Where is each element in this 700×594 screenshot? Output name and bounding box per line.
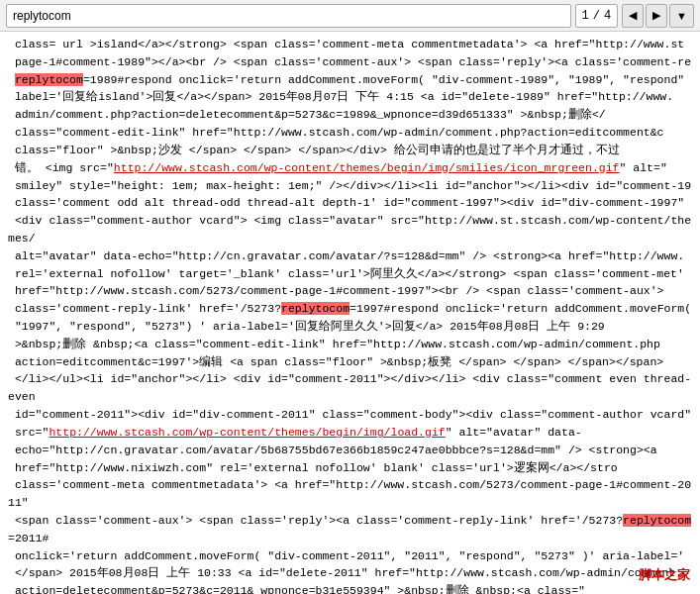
code-line: id="comment-2011"><div id="div-comment-2… [8, 406, 692, 424]
page-navigation: ◀ ▶ ▼ [622, 4, 694, 28]
code-line: <div class="comment-author vcard"> <img … [8, 212, 692, 248]
code-line: alt="avatar" data-echo="http://cn.gravat… [8, 248, 692, 265]
page-separator: / [593, 9, 600, 23]
code-line: class='comment-reply-link' href='/5273?r… [8, 300, 692, 318]
address-input[interactable] [13, 9, 564, 23]
code-line: href="http://www.stcash.com/5273/comment… [8, 282, 692, 300]
code-line: class= url >island</a></strong> <span cl… [8, 36, 692, 53]
code-line: src="http://www.stcash.com/wp-content/th… [8, 424, 692, 442]
code-line: rel='external nofollow' target='_blank' … [8, 265, 692, 283]
dropdown-button[interactable]: ▼ [669, 4, 694, 28]
code-line: href="http://www.nixiwzh.com" rel='exter… [8, 459, 692, 477]
code-line: label='回复给island'>回复</a></span> 2015年08月… [8, 88, 692, 106]
content-area: class= url >island</a></strong> <span cl… [0, 32, 700, 594]
highlight-replytocom: replytocom [623, 514, 691, 527]
code-line: page-1#comment-1989"></a><br /> <span cl… [8, 53, 692, 71]
watermark: 脚本之家 [639, 566, 690, 584]
code-content: class= url >island</a></strong> <span cl… [8, 36, 692, 594]
code-line: action=editcomment&c=1997'>编辑 <a span cl… [8, 353, 692, 371]
toolbar: 1 / 4 ◀ ▶ ▼ [0, 0, 700, 32]
code-line: smiley" style="height: 1em; max-height: … [8, 177, 692, 195]
code-line: <span class='comment-aux'> <span class='… [8, 512, 692, 547]
code-line: class='comment-meta commentmetadata'> <a… [8, 476, 692, 512]
code-line: action=deletecomment&p=5273&c=2011&_wpno… [8, 582, 692, 594]
page-current: 1 [582, 9, 589, 23]
address-bar[interactable] [6, 4, 571, 28]
code-line: class="floor" >&nbsp;沙发 </span> </span> … [8, 142, 692, 159]
code-line: onclick='return addComment.moveForm( "di… [8, 547, 692, 565]
prev-button[interactable]: ◀ [622, 4, 644, 28]
highlight-replytocom: replytocom [281, 302, 350, 315]
highlight-replytocom: replytocom [15, 73, 83, 86]
red-link[interactable]: http://www.stcash.com/wp-content/themes/… [49, 426, 445, 439]
code-line: </li></ul><li id="anchor"></li> <div id=… [8, 370, 692, 406]
next-button[interactable]: ▶ [646, 4, 667, 28]
code-line: "1997", "respond", "5273") ' aria-label=… [8, 318, 692, 336]
code-line: >&nbsp;删除 &nbsp;<a class="comment-edit-l… [8, 336, 692, 353]
code-line: admin/comment.php?action=deletecomment&p… [8, 106, 692, 124]
code-line: class="comment-edit-link" href="http://w… [8, 124, 692, 142]
code-line: class='comment odd alt thread-odd thread… [8, 194, 692, 212]
code-line: replytocom=1989#respond onclick='return … [8, 71, 692, 89]
page-counter: 1 / 4 [575, 4, 619, 28]
red-link[interactable]: http://www.stcash.com/wp-content/themes/… [114, 161, 620, 174]
code-line: 错。 <img src="http://www.stcash.com/wp-co… [8, 159, 692, 177]
code-line: </span> 2015年08月08日 上午 10:33 <a id="dele… [8, 564, 692, 582]
page-total: 4 [604, 9, 611, 23]
code-line: echo="http://cn.gravatar.com/avatar/5b68… [8, 442, 692, 459]
